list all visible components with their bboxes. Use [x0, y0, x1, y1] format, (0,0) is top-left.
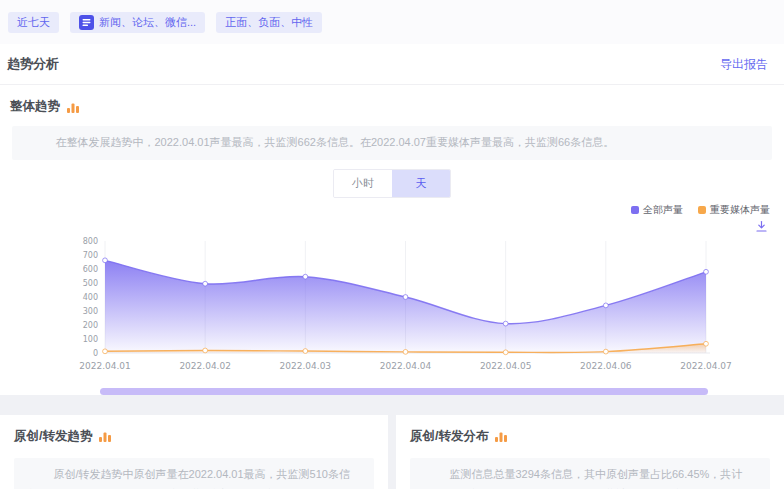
legend-swatch-purple	[631, 206, 639, 214]
svg-text:2022.04.05: 2022.04.05	[480, 361, 532, 371]
legend-item-total-volume[interactable]: 全部声量	[631, 203, 683, 217]
svg-text:0: 0	[93, 348, 98, 357]
svg-text:200: 200	[83, 320, 98, 329]
card-title: 原创/转发趋势	[14, 428, 92, 445]
section-title-label: 整体趋势	[10, 98, 60, 115]
svg-text:100: 100	[83, 334, 98, 343]
card-summary: 原创/转发趋势中原创声量在2022.04.01最高，共监测510条信息；转发声量…	[14, 458, 374, 489]
svg-text:2022.04.06: 2022.04.06	[580, 361, 632, 371]
download-icon[interactable]	[755, 220, 768, 233]
trend-analysis-panel: 趋势分析 导出报告 整体趋势 在整体发展趋势中，2022.04.01声量最高，共…	[0, 44, 784, 395]
svg-text:2022.04.02: 2022.04.02	[179, 361, 231, 371]
filter-chip-label: 正面、负面、中性	[225, 15, 313, 30]
svg-text:2022.04.04: 2022.04.04	[380, 361, 432, 371]
svg-text:600: 600	[83, 264, 98, 273]
overall-trend-section-title: 整体趋势	[10, 98, 784, 115]
panel-header: 趋势分析 导出报告	[0, 44, 784, 85]
panel-title: 趋势分析	[7, 55, 59, 73]
filter-bar: 近七天 新闻、论坛、微信... 正面、负面、中性	[0, 0, 784, 44]
chart-scrollbar-thumb[interactable]	[100, 388, 708, 395]
export-report-link[interactable]: 导出报告	[720, 56, 768, 73]
svg-text:800: 800	[83, 236, 98, 245]
original-repost-distribution-card: 原创/转发分布 监测信息总量3294条信息，其中原创声量占比66.45%，共计2…	[396, 415, 784, 489]
bar-chart-icon	[494, 429, 508, 443]
trend-area-chart: 2022.04.012022.04.022022.04.032022.04.04…	[0, 233, 784, 378]
card-title: 原创/转发分布	[410, 428, 488, 445]
svg-text:2022.04.01: 2022.04.01	[79, 361, 131, 371]
filter-chip-date-range[interactable]: 近七天	[8, 12, 59, 33]
overall-trend-summary: 在整体发展趋势中，2022.04.01声量最高，共监测662条信息。在2022.…	[12, 126, 772, 160]
svg-text:2022.04.07: 2022.04.07	[680, 361, 732, 371]
filter-chip-sources[interactable]: 新闻、论坛、微信...	[70, 12, 205, 33]
toggle-day-button[interactable]: 天	[392, 170, 450, 197]
bar-chart-icon	[98, 429, 112, 443]
legend-label: 重要媒体声量	[710, 203, 770, 217]
granularity-toggle: 小时 天	[333, 169, 451, 198]
legend-swatch-orange	[698, 206, 706, 214]
chart-legend: 全部声量 重要媒体声量	[0, 198, 784, 217]
bar-chart-icon	[66, 100, 80, 114]
secondary-cards-row: 原创/转发趋势 原创/转发趋势中原创声量在2022.04.01最高，共监测510…	[0, 415, 784, 489]
card-title-row: 原创/转发分布	[410, 428, 770, 445]
filter-chip-sentiment[interactable]: 正面、负面、中性	[216, 12, 322, 33]
filter-chip-label: 近七天	[17, 15, 50, 30]
toggle-hour-button[interactable]: 小时	[334, 170, 392, 197]
svg-text:500: 500	[83, 278, 98, 287]
svg-text:700: 700	[83, 250, 98, 259]
chart-scrollbar	[100, 388, 708, 395]
card-title-row: 原创/转发趋势	[14, 428, 374, 445]
legend-label: 全部声量	[643, 203, 683, 217]
filter-chip-label: 新闻、论坛、微信...	[99, 15, 196, 30]
chart-toolbar	[0, 217, 784, 233]
svg-text:2022.04.03: 2022.04.03	[280, 361, 332, 371]
card-summary: 监测信息总量3294条信息，其中原创声量占比66.45%，共计2189条信息；转…	[410, 458, 770, 489]
source-channels-icon	[79, 15, 94, 30]
svg-text:300: 300	[83, 306, 98, 315]
svg-text:400: 400	[83, 292, 98, 301]
original-repost-trend-card: 原创/转发趋势 原创/转发趋势中原创声量在2022.04.01最高，共监测510…	[0, 415, 388, 489]
legend-item-media-volume[interactable]: 重要媒体声量	[698, 203, 770, 217]
